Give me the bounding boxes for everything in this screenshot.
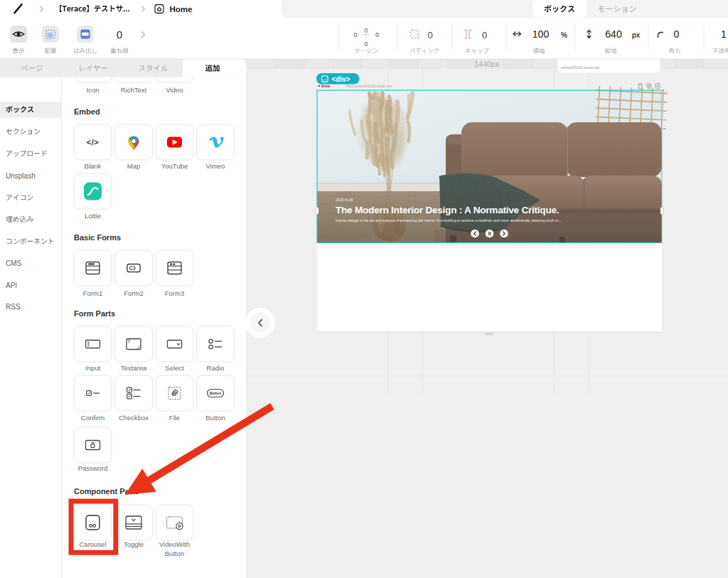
svg-text:Vimeo: Vimeo	[206, 162, 225, 170]
svg-text:Input: Input	[85, 364, 100, 372]
svg-text:Home: Home	[170, 5, 193, 14]
svg-text:Map: Map	[127, 162, 140, 170]
svg-text:Button: Button	[205, 414, 225, 422]
svg-text:1440px: 1440px	[475, 60, 500, 68]
svg-text:Home: Home	[321, 85, 331, 88]
svg-text:Form2: Form2	[124, 289, 143, 297]
svg-text:Form Parts: Form Parts	[74, 309, 115, 318]
svg-text:0: 0	[364, 41, 368, 48]
svg-text:https:∕∕yellow501020.studio.si: https:∕∕yellow501020.studio.site	[346, 85, 392, 88]
svg-text:2020-5-18: 2020-5-18	[336, 198, 353, 202]
svg-text:T: T	[127, 339, 131, 344]
svg-text:0: 0	[482, 30, 487, 41]
svg-text:RichText: RichText	[121, 86, 147, 94]
svg-text:Textarea: Textarea	[121, 364, 147, 372]
svg-text:Icon: Icon	[87, 86, 100, 94]
svg-text:0: 0	[375, 31, 379, 38]
svg-text:Form1: Form1	[83, 289, 102, 297]
svg-text:<div>: <div>	[332, 75, 350, 83]
svg-text:Form3: Form3	[165, 289, 184, 297]
svg-text:The Modern Interior Design : A: The Modern Interior Design : A Normative…	[336, 205, 559, 215]
svg-text:0: 0	[117, 28, 122, 41]
svg-text:0: 0	[674, 28, 680, 40]
svg-text:Lottie: Lottie	[85, 212, 101, 220]
svg-text:Carousel: Carousel	[79, 540, 106, 548]
svg-text:Confirm: Confirm	[81, 414, 105, 422]
svg-text:API: API	[6, 282, 17, 289]
svg-text:0: 0	[353, 31, 357, 38]
svg-text:100: 100	[532, 28, 550, 40]
svg-text:YouTube: YouTube	[161, 162, 188, 170]
svg-text:Unsplash: Unsplash	[6, 172, 36, 180]
svg-text:CMS: CMS	[6, 259, 22, 267]
svg-text:px: px	[632, 31, 641, 39]
svg-text:Basic Forms: Basic Forms	[74, 233, 121, 242]
svg-text:Blank: Blank	[85, 162, 102, 170]
svg-text:Checkbox: Checkbox	[119, 414, 149, 422]
svg-text:</>: </>	[87, 138, 99, 146]
svg-text:yellow501020.studio.site: yellow501020.studio.site	[561, 65, 600, 70]
svg-text:1: 1	[721, 28, 727, 40]
svg-text:Toggle: Toggle	[124, 540, 144, 548]
svg-text:%: %	[561, 31, 567, 39]
svg-text:Interior design is the art and: Interior design is the art and science o…	[336, 218, 562, 223]
svg-text:Password: Password	[78, 464, 108, 472]
svg-text:640: 640	[605, 28, 622, 40]
svg-text:File: File	[169, 414, 180, 422]
svg-text:VideoWith: VideoWith	[159, 540, 190, 548]
svg-text:Embed: Embed	[74, 107, 100, 116]
svg-text:RSS: RSS	[6, 303, 21, 311]
svg-text:Button: Button	[210, 391, 222, 395]
svg-text:Select: Select	[165, 364, 184, 372]
svg-text:Video: Video	[166, 86, 183, 94]
svg-text:0: 0	[427, 30, 432, 41]
svg-text:Radio: Radio	[207, 364, 225, 372]
svg-text:Button: Button	[165, 550, 184, 557]
